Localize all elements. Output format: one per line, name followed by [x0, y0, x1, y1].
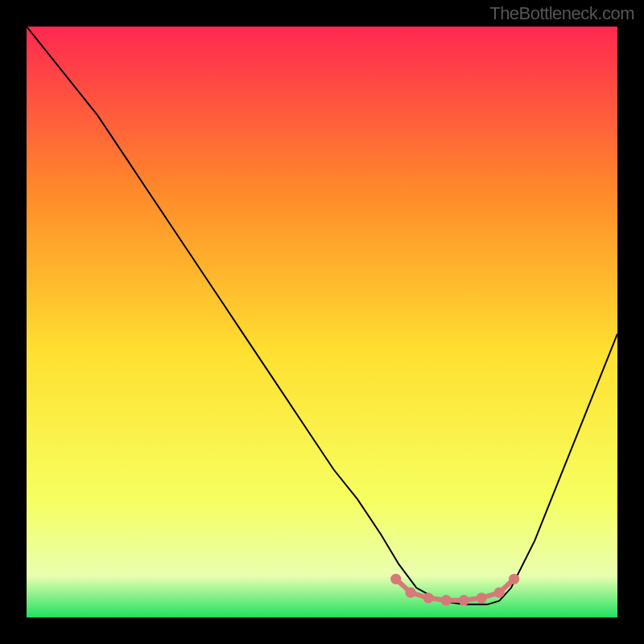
chart-svg [27, 27, 617, 617]
gradient-background [27, 27, 617, 617]
watermark-text: TheBottleneck.com [489, 3, 634, 24]
plot-area [27, 27, 617, 617]
chart-frame: TheBottleneck.com [0, 0, 644, 644]
